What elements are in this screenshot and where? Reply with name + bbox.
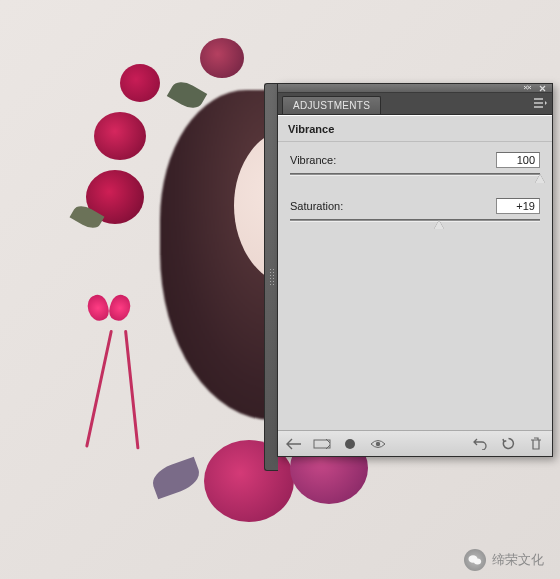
panel-content: Vibrance: Saturation: [278, 142, 552, 430]
watermark-text: 缔荣文化 [492, 551, 544, 569]
adjustment-title: Vibrance [278, 116, 552, 142]
vibrance-value-input[interactable] [496, 152, 540, 168]
butterfly-icon [88, 295, 130, 331]
vibrance-slider-thumb[interactable] [535, 174, 545, 183]
panel-topbar [278, 84, 552, 93]
previous-state-icon[interactable] [470, 435, 490, 453]
collapse-icon[interactable] [522, 85, 533, 91]
saturation-control: Saturation: [290, 198, 540, 230]
svg-point-1 [345, 439, 355, 449]
panel-tab-bar: ADJUSTMENTS [278, 93, 552, 115]
panel-dock-grip[interactable] [264, 83, 278, 471]
panel-body: Vibrance Vibrance: Saturation: [278, 115, 552, 456]
wechat-icon [464, 549, 486, 571]
close-icon[interactable] [537, 85, 548, 91]
expanded-view-icon[interactable] [312, 435, 332, 453]
clip-to-layer-icon[interactable] [340, 435, 360, 453]
toggle-visibility-icon[interactable] [368, 435, 388, 453]
tab-adjustments[interactable]: ADJUSTMENTS [282, 96, 381, 114]
saturation-value-input[interactable] [496, 198, 540, 214]
saturation-label: Saturation: [290, 200, 343, 212]
vibrance-control: Vibrance: [290, 152, 540, 184]
panel-footer [278, 430, 552, 456]
saturation-slider[interactable] [290, 218, 540, 230]
back-arrow-icon[interactable] [284, 435, 304, 453]
vibrance-label: Vibrance: [290, 154, 336, 166]
svg-point-4 [474, 559, 481, 565]
vibrance-slider[interactable] [290, 172, 540, 184]
watermark: 缔荣文化 [464, 549, 544, 571]
adjustments-panel: ADJUSTMENTS Vibrance Vibrance: [264, 83, 553, 457]
svg-point-2 [376, 441, 380, 445]
reset-icon[interactable] [498, 435, 518, 453]
saturation-slider-thumb[interactable] [434, 220, 444, 229]
panel-menu-icon[interactable] [532, 96, 548, 110]
delete-icon[interactable] [526, 435, 546, 453]
